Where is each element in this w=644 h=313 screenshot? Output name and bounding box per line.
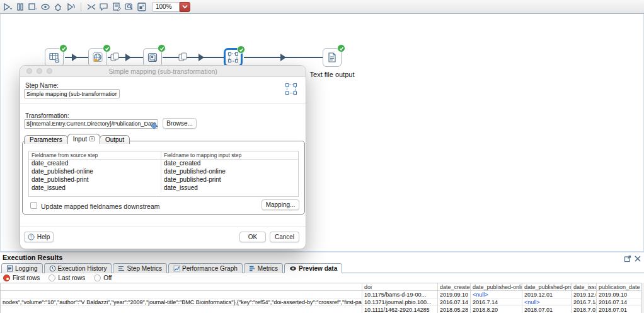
- step-get-metadata[interactable]: [143, 48, 162, 67]
- verify-icon[interactable]: [86, 2, 96, 12]
- browse-button[interactable]: Browse...: [163, 118, 197, 129]
- mapping-button[interactable]: Mapping...: [262, 199, 299, 210]
- update-fieldnames-label: Update mapped fieldnames downstream: [41, 203, 160, 210]
- simple-mapping-dialog: Simple mapping (sub-transformation) Step…: [20, 65, 306, 249]
- step-rest-client[interactable]: [88, 48, 107, 67]
- table-row[interactable]: date_published-online date_published-onl…: [29, 168, 298, 176]
- transformation-label: Transformation:: [25, 112, 69, 119]
- tab-execution-history[interactable]: Execution History: [44, 263, 112, 273]
- preview-data-table[interactable]: doi date_created date_published-online d…: [0, 283, 641, 313]
- logging-icon: [6, 265, 13, 272]
- preview-icon[interactable]: [40, 2, 50, 12]
- update-fieldnames-checkbox[interactable]: [30, 202, 37, 209]
- tab-output[interactable]: Output: [100, 135, 130, 144]
- column-header: date_published-online: [471, 283, 522, 290]
- impact-analysis-icon[interactable]: [99, 2, 109, 12]
- show-results-grid-icon[interactable]: [137, 2, 147, 12]
- transformation-canvas[interactable]: Data grid (DOIs) REST Client: [0, 14, 644, 251]
- radio-off[interactable]: Off: [94, 275, 112, 281]
- column-header: Fieldname to mapping input step: [161, 151, 298, 159]
- run-icon[interactable]: [3, 2, 13, 12]
- table-row[interactable]: nodes","volume":"10","author":"V Baldazz…: [1, 298, 641, 306]
- zoom-combo[interactable]: 100%: [152, 2, 190, 12]
- help-button[interactable]: ? Help: [24, 232, 54, 242]
- step-data-grid[interactable]: [45, 48, 64, 67]
- toolbar-separator: [81, 3, 81, 11]
- pause-icon[interactable]: [15, 2, 25, 12]
- column-header: date_published-print: [522, 283, 572, 290]
- radio-first-rows[interactable]: First rows: [3, 275, 40, 281]
- stop-icon[interactable]: [28, 2, 38, 12]
- sql-editor-icon[interactable]: [112, 2, 122, 12]
- dialog-title: Simple mapping (sub-transformation): [20, 68, 306, 75]
- cancel-button[interactable]: Cancel: [270, 232, 299, 242]
- tab-preview-data[interactable]: Preview data: [284, 263, 342, 273]
- step-ok-badge-icon: [158, 44, 166, 52]
- dialog-titlebar[interactable]: Simple mapping (sub-transformation): [20, 66, 306, 77]
- explore-database-icon[interactable]: [124, 2, 134, 12]
- column-header: date_issued: [572, 283, 597, 290]
- tab-parameters[interactable]: Parameters: [24, 135, 68, 144]
- tab-performance-graph[interactable]: Performance Graph: [168, 263, 243, 273]
- step-ok-badge-icon: [59, 44, 67, 52]
- table-row[interactable]: 10.1175/bams-d-19-00... 2019.09.10 <null…: [1, 291, 641, 298]
- step-metrics-icon: [118, 265, 125, 272]
- vertical-scrollbar[interactable]: [641, 283, 644, 313]
- mapping-table-header: Fieldname from source step Fieldname to …: [29, 151, 298, 160]
- step-name-label: Step Name:: [25, 82, 59, 89]
- execution-results-title: Execution Results: [3, 254, 62, 261]
- json-input-icon: [146, 51, 159, 64]
- history-clock-icon: [49, 265, 56, 272]
- copy-rows-icon: [178, 52, 188, 64]
- table-row[interactable]: date_published-print date_published-prin…: [29, 176, 298, 184]
- step-text-file-output[interactable]: [323, 48, 342, 67]
- column-header: Fieldname from source step: [29, 151, 161, 159]
- help-icon: ?: [28, 233, 35, 240]
- rest-client-icon: [91, 51, 104, 64]
- data-grid-icon: [48, 51, 60, 64]
- performance-graph-icon: [173, 265, 180, 272]
- step-simple-mapping[interactable]: [224, 48, 243, 67]
- mapping-step-icon: [284, 82, 298, 98]
- tab-step-metrics[interactable]: Step Metrics: [113, 263, 167, 273]
- hop-arrow-icon: [72, 54, 78, 61]
- fieldname-mapping-table[interactable]: Fieldname from source step Fieldname to …: [28, 151, 299, 197]
- preview-header-row: doi date_created date_published-online d…: [1, 283, 641, 291]
- tab-close-icon[interactable]: ×: [89, 136, 95, 141]
- step-ok-badge-icon: [337, 44, 345, 52]
- radio-icon: [94, 275, 101, 281]
- copy-rows-icon: [110, 52, 120, 64]
- step-name-input[interactable]: [24, 89, 120, 98]
- step-ok-badge-icon: [237, 45, 245, 54]
- ok-button[interactable]: OK: [239, 232, 266, 242]
- radio-last-rows[interactable]: Last rows: [49, 275, 85, 281]
- table-row[interactable]: 10.1111/1462-2920.14285 2018.05.28 2018.…: [1, 306, 641, 313]
- spoon-window: 100%: [0, 0, 644, 313]
- tab-metrics[interactable]: Metrics: [244, 263, 283, 273]
- preview-mode-options: First rows Last rows Off: [0, 273, 644, 283]
- metrics-icon: [249, 265, 256, 272]
- mapping-icon: [227, 51, 239, 64]
- transformation-path-input[interactable]: ${Internal.Entry.Current.Directory}/Publ…: [24, 119, 158, 129]
- divider: [20, 227, 306, 227]
- execution-results-tabs: Logging Execution History Step Metrics P…: [0, 263, 644, 273]
- replay-icon[interactable]: [66, 2, 76, 12]
- preview-data-icon: [289, 265, 297, 272]
- zoom-dropdown-button[interactable]: [180, 2, 190, 12]
- table-row[interactable]: date_issued date_issued: [29, 184, 298, 192]
- dialog-tabs: Parameters Input× Output: [24, 135, 129, 144]
- zoom-level-field[interactable]: 100%: [152, 2, 180, 12]
- hop-arrow-icon: [125, 54, 131, 61]
- column-header: doi: [362, 283, 438, 290]
- svg-text:?: ?: [30, 235, 32, 239]
- transformation-toolbar: 100%: [0, 0, 644, 14]
- table-row[interactable]: date_created date_created: [29, 160, 298, 168]
- debug-icon[interactable]: [53, 2, 63, 12]
- hop-arrow-icon: [280, 54, 286, 61]
- step-ok-badge-icon: [103, 44, 111, 52]
- radio-selected-icon: [3, 275, 10, 281]
- tab-input[interactable]: Input×: [67, 134, 100, 144]
- variable-icon: [151, 121, 158, 132]
- hop-arrow-icon: [198, 54, 204, 61]
- tab-logging[interactable]: Logging: [1, 263, 43, 273]
